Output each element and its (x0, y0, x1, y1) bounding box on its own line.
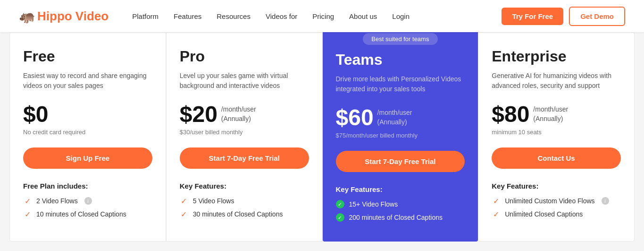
pro-feature-text-0: 5 Video Flows (193, 197, 234, 205)
logo-icon: 🦛 (19, 9, 35, 24)
enterprise-price-amount: $80 (492, 103, 529, 126)
pricing-section: Free Easiest way to record and share eng… (0, 32, 644, 251)
enterprise-price-period: /month/user(Annually) (533, 105, 568, 123)
free-feature-text-0: 2 Video Flows (36, 197, 78, 205)
pro-plan-desc: Level up your sales game with virtual ba… (180, 71, 309, 94)
plan-enterprise: Enterprise Generative AI for humanizing … (478, 32, 635, 242)
free-features-label: Free Plan includes: (23, 182, 152, 190)
teams-price-billed: $75/month/user billed monthly (336, 132, 465, 141)
teams-price-row: $60 /month/user(Annually) (336, 106, 465, 129)
pro-plan-name: Pro (180, 48, 309, 65)
enterprise-price-billed: minimum 10 seats (492, 129, 621, 138)
teams-price-period: /month/user(Annually) (377, 108, 412, 127)
enterprise-feature-0: ✓ Unlimited Custom Video Flows i (492, 197, 621, 205)
enterprise-feature-text-1: Unlimited Closed Captions (505, 210, 583, 218)
pro-price-amount: $20 (180, 103, 217, 126)
get-demo-button[interactable]: Get Demo (569, 7, 625, 26)
check-icon-enterprise-1: ✓ (492, 210, 500, 218)
pro-features-label: Key Features: (180, 182, 309, 190)
plan-free: Free Easiest way to record and share eng… (9, 32, 166, 242)
enterprise-plan-desc: Generative AI for humanizing videos with… (492, 71, 621, 94)
free-signup-button[interactable]: Sign Up Free (23, 147, 152, 169)
enterprise-features-label: Key Features: (492, 182, 621, 190)
enterprise-price-row: $80 /month/user(Annually) (492, 103, 621, 126)
free-feature-text-1: 10 minutes of Closed Captions (36, 210, 126, 218)
enterprise-feature-text-0: Unlimited Custom Video Flows (505, 197, 594, 205)
nav-about-us[interactable]: About us (349, 12, 377, 20)
teams-plan-name: Teams (336, 51, 465, 69)
enterprise-plan-name: Enterprise (492, 48, 621, 65)
best-badge: Best suited for teams (363, 33, 437, 45)
nav-features[interactable]: Features (174, 12, 201, 20)
nav-pricing[interactable]: Pricing (312, 12, 334, 20)
pro-price-row: $20 /month/user(Annually) (180, 103, 309, 126)
teams-feature-text-0: 15+ Video Flows (349, 200, 398, 208)
try-for-free-button[interactable]: Try For Free (502, 8, 563, 25)
free-price-amount: $0 (23, 103, 48, 126)
nav-login[interactable]: Login (392, 12, 410, 20)
pro-price-billed: $30/user billed monthly (180, 129, 309, 138)
pro-price-period: /month/user(Annually) (221, 105, 256, 123)
nav-videos-for[interactable]: Videos for (266, 12, 297, 20)
free-plan-name: Free (23, 48, 152, 65)
free-price-row: $0 (23, 103, 152, 126)
plan-teams: Best suited for teams Teams Drive more l… (323, 26, 478, 242)
check-icon-pro-1: ✓ (180, 210, 188, 218)
pro-feature-text-1: 30 minutes of Closed Captions (193, 210, 283, 218)
logo: 🦛 Hippo Video (19, 9, 109, 24)
teams-features-label: Key Features: (336, 185, 465, 193)
check-icon-free-1: ✓ (23, 210, 32, 218)
enterprise-contact-button[interactable]: Contact Us (492, 147, 621, 169)
teams-trial-button[interactable]: Start 7-Day Free Trial (336, 151, 465, 172)
teams-feature-0: ✓ 15+ Video Flows (336, 200, 465, 208)
free-feature-0: ✓ 2 Video Flows i (23, 197, 152, 205)
nav-actions: Try For Free Get Demo (502, 7, 625, 26)
nav-resources[interactable]: Resources (217, 12, 251, 20)
teams-plan-desc: Drive more leads with Personalized Video… (336, 74, 465, 97)
teams-price-amount: $60 (336, 106, 374, 129)
check-icon-enterprise-0: ✓ (492, 197, 500, 205)
info-icon-free-0[interactable]: i (84, 197, 92, 205)
info-icon-enterprise-0[interactable]: i (602, 197, 609, 205)
pro-trial-button[interactable]: Start 7-Day Free Trial (180, 147, 309, 169)
teams-feature-1: ✓ 200 minutes of Closed Captions (336, 213, 465, 222)
pro-feature-0: ✓ 5 Video Flows (180, 197, 309, 205)
navbar: 🦛 Hippo Video Platform Features Resource… (0, 0, 644, 32)
pro-feature-1: ✓ 30 minutes of Closed Captions (180, 210, 309, 218)
free-feature-1: ✓ 10 minutes of Closed Captions (23, 210, 152, 218)
check-icon-pro-0: ✓ (180, 197, 188, 205)
nav-platform[interactable]: Platform (132, 12, 159, 20)
nav-links: Platform Features Resources Videos for P… (132, 12, 502, 20)
free-price-billed: No credit card required (23, 129, 152, 138)
teams-feature-text-1: 200 minutes of Closed Captions (349, 214, 443, 221)
logo-text: Hippo Video (37, 9, 109, 24)
check-icon-teams-1: ✓ (336, 213, 344, 222)
plan-pro: Pro Level up your sales game with virtua… (166, 32, 323, 242)
enterprise-feature-1: ✓ Unlimited Closed Captions (492, 210, 621, 218)
free-plan-desc: Easiest way to record and share engaging… (23, 71, 152, 94)
check-icon-teams-0: ✓ (336, 200, 344, 208)
check-icon-free-0: ✓ (23, 197, 32, 205)
